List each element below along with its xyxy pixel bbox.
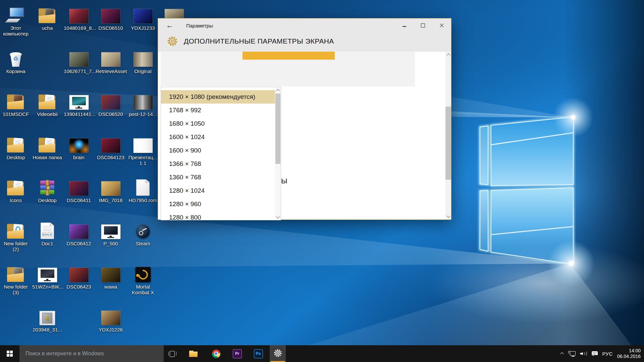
scroll-up-icon[interactable]: [276, 89, 280, 93]
desktop-icon-brain[interactable]: brain: [64, 133, 94, 160]
settings-window: ← Параметры ДОПОЛНИТЕЛЬНЫЕ ПАРАМЕТРЫ ЭКР: [158, 18, 451, 220]
desktop-icon-этот-компьютер[interactable]: Этот компьютер: [1, 4, 31, 37]
resolution-option-1[interactable]: 1768 × 992: [161, 104, 275, 117]
taskbar-search-input[interactable]: Поиск в интернете и в Windows: [19, 345, 164, 362]
desktop-icon-dsc06510[interactable]: DSC06510: [96, 4, 126, 31]
icon-label: Steam: [128, 241, 158, 246]
resolution-listbox[interactable]: 644 × 362 (рекомендуется)1768 × 992168…: [161, 87, 281, 220]
desktop-icon-корзина[interactable]: Корзина: [1, 47, 31, 74]
desktop-icon-ucha[interactable]: ucha: [32, 4, 62, 31]
desktop-icon-hd7950-rom[interactable]: HD7950.rom: [128, 176, 158, 203]
resolution-option-6[interactable]: 1360 × 768: [161, 171, 275, 184]
window-scrollbar[interactable]: [445, 52, 451, 220]
desktop-icon-dsc06411[interactable]: DSC06411: [64, 176, 94, 203]
icon-label: brain: [64, 155, 94, 160]
desktop-icon-retrieveasset[interactable]: RetrieveAsset: [96, 47, 126, 74]
clock[interactable]: 14:00 06.04.2016: [617, 348, 641, 359]
taskbar-button-premiere[interactable]: Pr: [229, 345, 245, 362]
tray-date: 06.04.2016: [617, 354, 641, 359]
resolution-option-9[interactable]: 1280 × 800: [161, 211, 275, 220]
close-button[interactable]: [432, 18, 451, 33]
steam-icon: [136, 224, 151, 239]
bin-icon: [9, 51, 23, 67]
resolution-option-5[interactable]: 1366 × 768: [161, 157, 275, 171]
img-icon: [101, 311, 120, 325]
scroll-up-icon[interactable]: [446, 53, 450, 57]
desktop-icon-1390411441-[interactable]: 1390411441...: [64, 90, 94, 117]
icon-label: Desktop: [32, 197, 62, 203]
icon-label: Videoebii: [32, 111, 62, 117]
scrollbar-thumb[interactable]: [275, 94, 280, 164]
img-icon: [101, 181, 120, 196]
folder-doc-icon: [38, 94, 57, 110]
desktop-icon-videoebii[interactable]: Videoebii: [32, 90, 62, 117]
titlebar[interactable]: ← Параметры: [158, 18, 451, 33]
desktop-icon-51wzn-bik-[interactable]: 51WZn+BIK...: [32, 263, 62, 290]
img-icon: [69, 181, 89, 196]
listbox-scrollbar[interactable]: [275, 87, 281, 220]
language-indicator[interactable]: РУС: [602, 351, 613, 357]
icon-label: DSC06411: [64, 197, 94, 203]
desktop-icon-icons[interactable]: Icons: [1, 176, 31, 203]
desktop-icon-original[interactable]: Original: [128, 47, 158, 74]
back-icon[interactable]: ←: [164, 21, 175, 30]
rar-icon: [40, 181, 55, 196]
tray-expand-icon[interactable]: [560, 352, 564, 356]
taskbar-button-settings[interactable]: [270, 345, 286, 362]
scroll-down-icon[interactable]: [446, 214, 450, 218]
minimize-button[interactable]: [395, 18, 414, 33]
icon-label: P_500: [96, 241, 126, 246]
resolution-option-7[interactable]: 1280 × 1024: [161, 184, 275, 197]
settings-gear-icon: [273, 349, 282, 359]
resolution-option-8[interactable]: 1280 × 960: [161, 197, 275, 211]
resolution-option-2[interactable]: 1680 × 1050: [161, 117, 275, 130]
desktop-icon-new-folder[interactable]: New folder(2): [1, 220, 31, 252]
display-preview-accent-bar: [243, 52, 335, 60]
desktop-icon-mortal[interactable]: MortalKombat X: [128, 263, 158, 295]
desktop-icon-desktop[interactable]: Desktop: [1, 133, 31, 160]
volume-icon[interactable]: [580, 351, 587, 357]
action-center-icon[interactable]: [592, 351, 598, 356]
desktop-icon-ydxj1233[interactable]: YDXJ1233: [128, 4, 158, 31]
desktop-icon-dsc064123[interactable]: DSC064123: [96, 133, 126, 160]
start-button[interactable]: [0, 345, 19, 362]
icon-label: Новая папка: [32, 155, 62, 160]
taskbar-button-chrome[interactable]: [208, 345, 224, 362]
desktop-icon-dsc06520[interactable]: DSC06520: [96, 90, 126, 117]
desktop-icon-203948_31-[interactable]: 203948_31...: [32, 306, 62, 333]
desktop-icon-dsc06412[interactable]: DSC06412: [64, 220, 94, 246]
desktop-icon-p_500[interactable]: P_500: [96, 220, 126, 246]
desktop-icon-ydxj1226[interactable]: YDXJ1226: [96, 306, 126, 333]
chrome-icon: [212, 350, 220, 358]
icon-label: 203948_31...: [32, 327, 62, 333]
icon-label: 10480169_8...: [64, 25, 94, 31]
desktop-icon-10626771_7-[interactable]: 10626771_7...: [64, 47, 94, 74]
desktop-icon-новая-папка[interactable]: Новая папка: [32, 133, 62, 160]
resolution-option-4[interactable]: 1600 × 900: [161, 144, 275, 157]
desktop-icon-wawa[interactable]: wawa: [96, 263, 126, 290]
icon-label: 1390411441...: [64, 111, 94, 117]
img-icon: [69, 9, 89, 23]
desktop-icon-new-folder[interactable]: New folder(3): [1, 263, 31, 295]
taskbar-button-photoshop[interactable]: Ps: [250, 345, 266, 362]
desktop-icon-doc1[interactable]: DOCXDoc1: [32, 220, 62, 246]
resolution-option-0[interactable]: 644 × 362 (рекомендуется): [161, 90, 275, 104]
desktop-icon-презентац-[interactable]: Презентац...1 1: [128, 133, 158, 166]
taskbar-button-file-explorer[interactable]: [185, 345, 201, 362]
desktop-icon-dsc06423[interactable]: DSC06423: [64, 263, 94, 290]
desktop-icon-10480169_8-[interactable]: 10480169_8...: [64, 4, 94, 31]
maximize-button[interactable]: [414, 18, 432, 33]
white-icon: [133, 138, 153, 153]
scrollbar-thumb[interactable]: [445, 107, 451, 180]
network-icon[interactable]: [568, 351, 576, 357]
img-icon: [101, 95, 120, 110]
taskbar-button-task-view[interactable]: [164, 345, 180, 362]
desktop-icon-img_7018[interactable]: IMG_7018: [96, 176, 126, 203]
icon-label: HD7950.rom: [128, 197, 158, 203]
desktop-icon-steam[interactable]: Steam: [128, 220, 158, 246]
desktop-icon-desktop[interactable]: Desktop: [32, 176, 62, 203]
resolution-option-3[interactable]: 1600 × 1024: [161, 130, 275, 144]
scroll-down-icon[interactable]: [276, 215, 280, 218]
desktop-icon-post-12-14-[interactable]: post-12-14...: [128, 90, 158, 117]
desktop-icon-101msdcf[interactable]: 101MSDCF: [1, 90, 31, 117]
